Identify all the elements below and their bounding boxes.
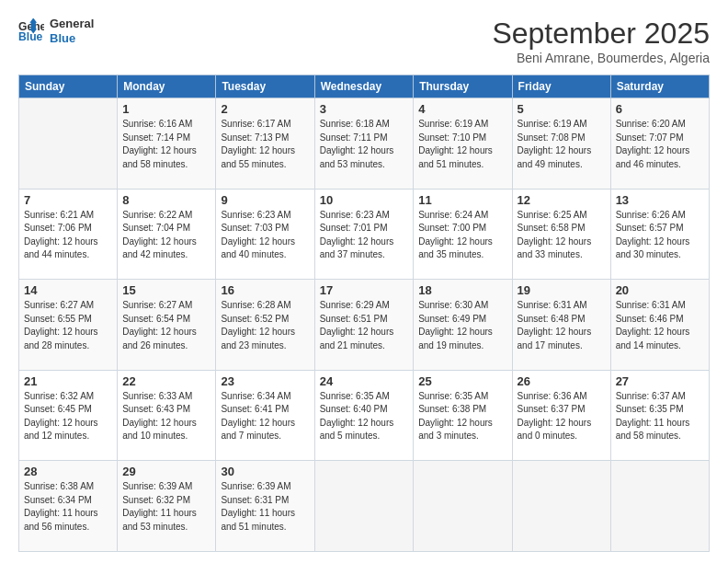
cell-info: Sunrise: 6:20 AM Sunset: 7:07 PM Dayligh… xyxy=(616,118,704,171)
day-number: 10 xyxy=(320,193,409,207)
cell-info: Sunrise: 6:35 AM Sunset: 6:38 PM Dayligh… xyxy=(418,390,506,443)
calendar-cell xyxy=(512,461,610,552)
cell-info: Sunrise: 6:23 AM Sunset: 7:03 PM Dayligh… xyxy=(221,209,309,262)
cell-info: Sunrise: 6:35 AM Sunset: 6:40 PM Dayligh… xyxy=(320,390,409,443)
day-number: 12 xyxy=(518,193,606,207)
cell-info: Sunrise: 6:19 AM Sunset: 7:08 PM Dayligh… xyxy=(518,118,606,171)
header-row: SundayMondayTuesdayWednesdayThursdayFrid… xyxy=(19,75,710,98)
cell-info: Sunrise: 6:34 AM Sunset: 6:41 PM Dayligh… xyxy=(221,390,309,443)
calendar-cell: 14Sunrise: 6:27 AM Sunset: 6:55 PM Dayli… xyxy=(19,280,118,371)
day-number: 2 xyxy=(221,102,309,116)
day-number: 18 xyxy=(418,283,506,297)
cell-info: Sunrise: 6:31 AM Sunset: 6:48 PM Dayligh… xyxy=(518,299,606,352)
cell-info: Sunrise: 6:32 AM Sunset: 6:45 PM Dayligh… xyxy=(24,390,112,443)
cell-info: Sunrise: 6:29 AM Sunset: 6:51 PM Dayligh… xyxy=(320,299,409,352)
cell-info: Sunrise: 6:38 AM Sunset: 6:34 PM Dayligh… xyxy=(24,480,112,534)
calendar-cell: 8Sunrise: 6:22 AM Sunset: 7:04 PM Daylig… xyxy=(118,189,216,280)
title-block: September 2025 Beni Amrane, Boumerdes, A… xyxy=(492,17,710,65)
cell-info: Sunrise: 6:30 AM Sunset: 6:49 PM Dayligh… xyxy=(418,299,506,352)
calendar-cell: 30Sunrise: 6:39 AM Sunset: 6:31 PM Dayli… xyxy=(216,461,314,552)
day-number: 29 xyxy=(122,465,210,478)
calendar-cell: 28Sunrise: 6:38 AM Sunset: 6:34 PM Dayli… xyxy=(19,461,118,552)
day-number: 24 xyxy=(320,374,409,388)
day-number: 1 xyxy=(122,102,210,116)
calendar-cell xyxy=(19,98,118,190)
day-number: 4 xyxy=(418,102,506,116)
calendar-cell: 25Sunrise: 6:35 AM Sunset: 6:38 PM Dayli… xyxy=(414,370,512,461)
day-number: 27 xyxy=(616,374,704,388)
cell-info: Sunrise: 6:25 AM Sunset: 6:58 PM Dayligh… xyxy=(518,209,606,262)
calendar-cell: 16Sunrise: 6:28 AM Sunset: 6:52 PM Dayli… xyxy=(216,280,314,371)
cell-info: Sunrise: 6:27 AM Sunset: 6:55 PM Dayligh… xyxy=(24,299,112,352)
col-header-sunday: Sunday xyxy=(19,75,118,98)
col-header-thursday: Thursday xyxy=(414,75,512,98)
calendar-cell: 1Sunrise: 6:16 AM Sunset: 7:14 PM Daylig… xyxy=(118,98,216,190)
calendar-cell: 23Sunrise: 6:34 AM Sunset: 6:41 PM Dayli… xyxy=(216,370,314,461)
cell-info: Sunrise: 6:19 AM Sunset: 7:10 PM Dayligh… xyxy=(418,118,506,171)
calendar-cell: 3Sunrise: 6:18 AM Sunset: 7:11 PM Daylig… xyxy=(314,98,414,190)
logo-icon: General Blue xyxy=(18,18,44,44)
day-number: 9 xyxy=(221,193,309,207)
day-number: 16 xyxy=(221,283,309,297)
month-title: September 2025 xyxy=(492,17,710,51)
cell-info: Sunrise: 6:22 AM Sunset: 7:04 PM Dayligh… xyxy=(122,209,210,262)
col-header-tuesday: Tuesday xyxy=(216,75,314,98)
calendar-cell: 15Sunrise: 6:27 AM Sunset: 6:54 PM Dayli… xyxy=(118,280,216,371)
day-number: 3 xyxy=(320,102,409,116)
calendar-cell: 4Sunrise: 6:19 AM Sunset: 7:10 PM Daylig… xyxy=(414,98,512,190)
cell-info: Sunrise: 6:16 AM Sunset: 7:14 PM Dayligh… xyxy=(122,118,210,171)
day-number: 28 xyxy=(24,465,112,478)
calendar-cell xyxy=(314,461,414,552)
week-row-1: 1Sunrise: 6:16 AM Sunset: 7:14 PM Daylig… xyxy=(19,98,710,190)
day-number: 7 xyxy=(24,193,112,207)
calendar-cell: 27Sunrise: 6:37 AM Sunset: 6:35 PM Dayli… xyxy=(610,370,709,461)
week-row-3: 14Sunrise: 6:27 AM Sunset: 6:55 PM Dayli… xyxy=(19,280,710,371)
cell-info: Sunrise: 6:37 AM Sunset: 6:35 PM Dayligh… xyxy=(616,390,704,443)
logo: General Blue General Blue xyxy=(18,17,94,45)
col-header-wednesday: Wednesday xyxy=(314,75,414,98)
logo-text: General Blue xyxy=(50,17,94,45)
calendar-cell: 29Sunrise: 6:39 AM Sunset: 6:32 PM Dayli… xyxy=(118,461,216,552)
week-row-2: 7Sunrise: 6:21 AM Sunset: 7:06 PM Daylig… xyxy=(19,189,710,280)
calendar-cell: 5Sunrise: 6:19 AM Sunset: 7:08 PM Daylig… xyxy=(512,98,610,190)
day-number: 11 xyxy=(418,193,506,207)
day-number: 17 xyxy=(320,283,409,297)
calendar-cell: 10Sunrise: 6:23 AM Sunset: 7:01 PM Dayli… xyxy=(314,189,414,280)
calendar-cell xyxy=(610,461,709,552)
calendar-cell xyxy=(414,461,512,552)
day-number: 15 xyxy=(122,283,210,297)
day-number: 25 xyxy=(418,374,506,388)
day-number: 23 xyxy=(221,374,309,388)
col-header-saturday: Saturday xyxy=(610,75,709,98)
svg-text:Blue: Blue xyxy=(18,30,43,43)
calendar-cell: 20Sunrise: 6:31 AM Sunset: 6:46 PM Dayli… xyxy=(610,280,709,371)
header: General Blue General Blue September 2025… xyxy=(18,17,710,65)
cell-info: Sunrise: 6:36 AM Sunset: 6:37 PM Dayligh… xyxy=(518,390,606,443)
cell-info: Sunrise: 6:23 AM Sunset: 7:01 PM Dayligh… xyxy=(320,209,409,262)
col-header-monday: Monday xyxy=(118,75,216,98)
cell-info: Sunrise: 6:27 AM Sunset: 6:54 PM Dayligh… xyxy=(122,299,210,352)
location-subtitle: Beni Amrane, Boumerdes, Algeria xyxy=(492,51,710,65)
calendar-cell: 6Sunrise: 6:20 AM Sunset: 7:07 PM Daylig… xyxy=(610,98,709,190)
cell-info: Sunrise: 6:31 AM Sunset: 6:46 PM Dayligh… xyxy=(616,299,704,352)
calendar-cell: 7Sunrise: 6:21 AM Sunset: 7:06 PM Daylig… xyxy=(19,189,118,280)
cell-info: Sunrise: 6:28 AM Sunset: 6:52 PM Dayligh… xyxy=(221,299,309,352)
day-number: 21 xyxy=(24,374,112,388)
calendar-cell: 22Sunrise: 6:33 AM Sunset: 6:43 PM Dayli… xyxy=(118,370,216,461)
calendar-cell: 24Sunrise: 6:35 AM Sunset: 6:40 PM Dayli… xyxy=(314,370,414,461)
cell-info: Sunrise: 6:33 AM Sunset: 6:43 PM Dayligh… xyxy=(122,390,210,443)
day-number: 26 xyxy=(518,374,606,388)
cell-info: Sunrise: 6:21 AM Sunset: 7:06 PM Dayligh… xyxy=(24,209,112,262)
calendar-cell: 26Sunrise: 6:36 AM Sunset: 6:37 PM Dayli… xyxy=(512,370,610,461)
day-number: 20 xyxy=(616,283,704,297)
cell-info: Sunrise: 6:39 AM Sunset: 6:31 PM Dayligh… xyxy=(221,480,309,534)
day-number: 14 xyxy=(24,283,112,297)
day-number: 8 xyxy=(122,193,210,207)
calendar-cell: 17Sunrise: 6:29 AM Sunset: 6:51 PM Dayli… xyxy=(314,280,414,371)
day-number: 22 xyxy=(122,374,210,388)
calendar-cell: 13Sunrise: 6:26 AM Sunset: 6:57 PM Dayli… xyxy=(610,189,709,280)
cell-info: Sunrise: 6:17 AM Sunset: 7:13 PM Dayligh… xyxy=(221,118,309,171)
calendar-cell: 11Sunrise: 6:24 AM Sunset: 7:00 PM Dayli… xyxy=(414,189,512,280)
day-number: 6 xyxy=(616,102,704,116)
cell-info: Sunrise: 6:39 AM Sunset: 6:32 PM Dayligh… xyxy=(122,480,210,534)
